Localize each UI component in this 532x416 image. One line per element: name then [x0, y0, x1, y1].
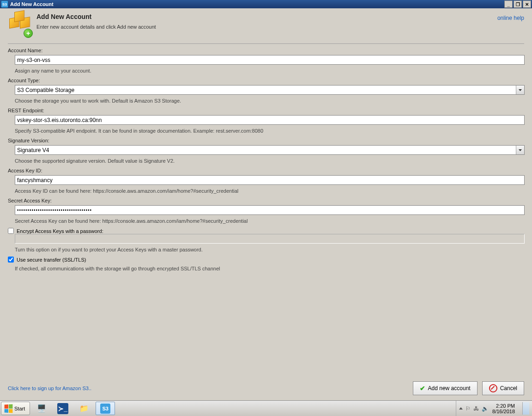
start-button[interactable]: Start	[1, 402, 30, 415]
taskbar: Start 🖥️ ≻_ 📁 S3 ⚐ 🖧 🔈 2:20 PM 8/16/2018	[0, 400, 532, 416]
signature-version-select[interactable]	[15, 145, 525, 155]
rest-endpoint-input[interactable]	[15, 115, 525, 125]
volume-icon[interactable]: 🔈	[482, 405, 489, 412]
ssl-checkbox[interactable]	[8, 257, 14, 263]
encrypt-label: Encrypt Access Keys with a password:	[17, 228, 103, 234]
secret-key-label: Secret Access Key:	[8, 198, 524, 203]
signature-version-hint: Choose the supported signature version. …	[15, 158, 524, 164]
access-key-hint: Access Key ID can be found here: https:/…	[15, 188, 524, 194]
network-icon[interactable]: 🖧	[473, 405, 479, 412]
cancel-icon	[489, 384, 497, 392]
cancel-button[interactable]: Cancel	[482, 381, 524, 395]
system-tray: ⚐ 🖧 🔈 2:20 PM 8/16/2018	[456, 401, 532, 416]
taskbar-item-s3browser[interactable]: S3	[96, 402, 115, 415]
start-label: Start	[14, 406, 25, 411]
tray-overflow-icon[interactable]	[459, 407, 463, 410]
server-icon: 🖥️	[36, 403, 47, 414]
account-name-hint: Assign any name to your account.	[15, 68, 524, 73]
folder-icon: 📁	[79, 403, 90, 414]
taskbar-item-server-manager[interactable]: 🖥️	[32, 402, 51, 415]
close-button[interactable]: ✕	[523, 0, 531, 8]
signup-link[interactable]: Click here to sign up for Amazon S3..	[8, 385, 91, 391]
s3-app-icon: S3	[100, 404, 110, 414]
secret-key-hint: Secret Access Key can be found here: htt…	[15, 218, 524, 224]
account-type-select[interactable]	[15, 85, 525, 95]
account-type-hint: Choose the storage you want to work with…	[15, 98, 524, 104]
account-name-input[interactable]	[15, 55, 525, 65]
add-account-label: Add new account	[428, 385, 471, 392]
encrypt-checkbox[interactable]	[8, 228, 14, 234]
flag-icon[interactable]: ⚐	[466, 405, 471, 412]
taskbar-item-explorer[interactable]: 📁	[74, 402, 94, 415]
dialog-content: + Add New Account Enter new account deta…	[0, 8, 532, 401]
powershell-icon: ≻_	[57, 403, 68, 414]
access-key-input[interactable]	[15, 175, 525, 185]
cancel-label: Cancel	[500, 385, 517, 392]
rest-endpoint-label: REST Endpoint:	[8, 108, 524, 113]
online-help-link[interactable]: online help	[497, 13, 524, 21]
separator	[8, 43, 524, 44]
taskbar-item-powershell[interactable]: ≻_	[53, 402, 73, 415]
secret-key-input[interactable]	[15, 205, 525, 215]
encrypt-password-input	[15, 234, 525, 244]
page-title: Add New Account	[36, 13, 156, 20]
encrypt-hint: Turn this option on if you want to prote…	[15, 247, 524, 252]
clock[interactable]: 2:20 PM 8/16/2018	[492, 403, 517, 414]
add-account-button[interactable]: ✔ Add new account	[413, 381, 478, 395]
clock-date: 8/16/2018	[492, 409, 515, 414]
account-type-label: Account Type:	[8, 78, 524, 83]
window-title: Add New Account	[10, 1, 503, 7]
ssl-label: Use secure transfer (SSL/TLS)	[17, 257, 86, 263]
page-subtitle: Enter new account details and click Add …	[36, 24, 156, 30]
minimize-button[interactable]: _	[504, 0, 513, 8]
check-icon: ✔	[420, 385, 425, 392]
windows-logo-icon	[5, 404, 13, 413]
ssl-hint: If checked, all communications with the …	[15, 266, 524, 271]
rest-endpoint-hint: Specify S3-compatible API endpoint. It c…	[15, 128, 524, 134]
signature-version-label: Signature Version:	[8, 138, 524, 143]
maximize-button[interactable]: ❐	[514, 0, 522, 8]
show-desktop-button[interactable]	[522, 402, 529, 415]
account-name-label: Account Name:	[8, 48, 524, 53]
app-icon: S3	[1, 0, 8, 8]
clock-time: 2:20 PM	[492, 403, 515, 409]
access-key-label: Access Key ID:	[8, 168, 524, 173]
title-bar: S3 Add New Account _ ❐ ✕	[0, 0, 532, 8]
header-icon: +	[8, 13, 32, 37]
